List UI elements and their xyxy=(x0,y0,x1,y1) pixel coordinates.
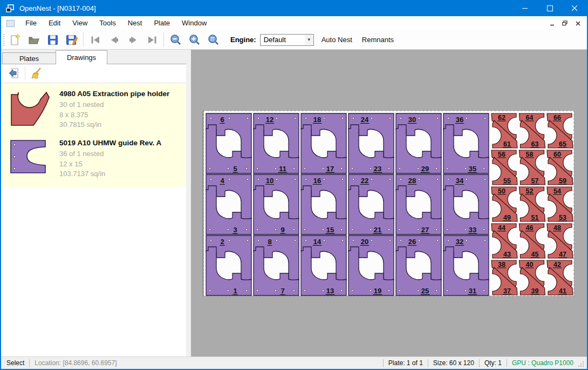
new-file-icon xyxy=(9,33,22,46)
part-number: 10 xyxy=(266,177,274,185)
mdi-close-button[interactable] xyxy=(573,19,583,28)
status-size: Size: 60 x 120 xyxy=(433,359,474,367)
part-number: 24 xyxy=(361,116,369,124)
part-number: 66 xyxy=(553,114,561,122)
drawing-area: 103.7137 sq/in xyxy=(59,169,181,179)
menu-item-file[interactable]: File xyxy=(19,16,43,30)
drawing-info: 4980 A05 Extraction pipe holder30 of 1 n… xyxy=(59,89,181,130)
drawing-size: 12 x 15 xyxy=(59,159,181,170)
part-number: 21 xyxy=(374,226,381,234)
part-number: 5 xyxy=(233,165,237,173)
zoom-in-button[interactable] xyxy=(185,32,204,48)
next-plate-button[interactable] xyxy=(124,32,142,48)
part-number: 29 xyxy=(421,165,429,173)
mdi-minimize-button[interactable] xyxy=(547,19,557,28)
part-number: 12 xyxy=(266,116,274,124)
send-back-button[interactable] xyxy=(6,66,22,81)
drawing-item[interactable]: 4980 A05 Extraction pipe holder30 of 1 n… xyxy=(1,85,186,134)
part-number: 44 xyxy=(498,224,505,232)
previous-arrow-icon xyxy=(108,33,121,46)
main-toolbar: Engine: Default ▼ Auto Nest Remnants xyxy=(1,30,587,50)
menu-items: FileEditViewToolsNestPlateWindow xyxy=(19,16,213,30)
new-file-button[interactable] xyxy=(5,32,24,48)
toolbar-separator xyxy=(163,32,164,47)
remnants-button[interactable]: Remnants xyxy=(357,36,399,44)
drawings-toolbar xyxy=(1,64,186,83)
previous-plate-button[interactable] xyxy=(105,32,124,48)
zoom-out-button[interactable] xyxy=(166,32,185,48)
drawing-size: 8 x 8.375 xyxy=(59,110,181,120)
extraction-pipe-holder-thumbnail xyxy=(10,90,52,128)
engine-select[interactable]: Default ▼ xyxy=(260,34,314,46)
status-mode: Select xyxy=(6,359,24,367)
tab-plates[interactable]: Plates xyxy=(2,52,56,64)
zoom-fit-icon xyxy=(207,33,220,46)
auto-nest-button[interactable]: Auto Nest xyxy=(317,36,357,44)
open-file-button[interactable] xyxy=(24,32,43,48)
app-window: OpenNest - [N0317-004] FileEditViewTools… xyxy=(0,0,588,370)
part-number: 32 xyxy=(456,238,463,246)
zoom-out-icon xyxy=(169,33,182,46)
back-arrow-document-icon xyxy=(8,67,20,80)
part-number: 59 xyxy=(559,177,566,185)
menu-item-nest[interactable]: Nest xyxy=(122,16,148,30)
menu-item-view[interactable]: View xyxy=(66,16,93,30)
maximize-button[interactable] xyxy=(537,0,562,16)
mdi-restore-button[interactable] xyxy=(560,19,570,28)
part-number: 65 xyxy=(559,140,566,148)
drawing-info: 5019 A10 UHMW guide Rev. A36 of 1 nested… xyxy=(59,138,181,179)
drawing-nested-count: 30 of 1 nested xyxy=(59,100,181,110)
save-as-button[interactable] xyxy=(62,32,81,48)
part-number: 11 xyxy=(279,165,286,173)
panel-tabs: Plates Drawings xyxy=(1,50,191,64)
part-number: 47 xyxy=(559,251,566,258)
resize-grip[interactable] xyxy=(578,361,584,369)
part-number: 58 xyxy=(526,151,534,158)
first-plate-button[interactable] xyxy=(86,32,105,48)
part-number: 13 xyxy=(326,287,334,295)
part-number: 36 xyxy=(456,116,463,124)
part-number: 17 xyxy=(326,165,334,173)
mdi-system-icon[interactable] xyxy=(6,20,15,27)
save-icon xyxy=(46,33,59,46)
part-number: 40 xyxy=(526,261,534,268)
save-button[interactable] xyxy=(43,32,62,48)
menu-item-window[interactable]: Window xyxy=(176,16,213,30)
status-location: Location: [84.8696, 60.6957] xyxy=(35,359,117,367)
drawing-thumbnail xyxy=(10,138,59,179)
part-number: 8 xyxy=(268,238,271,246)
part-number: 45 xyxy=(531,251,539,258)
clear-drawings-button[interactable] xyxy=(28,66,44,81)
drawings-tab-page: 4980 A05 Extraction pipe holder30 of 1 n… xyxy=(1,64,186,356)
part-number: 54 xyxy=(553,187,561,195)
part-number: 63 xyxy=(531,140,539,148)
nest-canvas: 6512111817242330293635431091615222128273… xyxy=(191,50,587,356)
title-bar: OpenNest - [N0317-004] xyxy=(1,0,587,16)
part-number: 33 xyxy=(469,226,476,234)
status-separator xyxy=(29,359,30,367)
part-number: 27 xyxy=(421,226,429,234)
drawing-item[interactable]: 5019 A10 UHMW guide Rev. A36 of 1 nested… xyxy=(1,134,186,184)
part-number: 25 xyxy=(421,287,429,295)
zoom-fit-button[interactable] xyxy=(204,32,223,48)
part-number: 23 xyxy=(374,165,381,173)
part-number: 34 xyxy=(456,177,464,185)
drawing-title: 5019 A10 UHMW guide Rev. A xyxy=(59,138,181,147)
last-plate-button[interactable] xyxy=(142,32,161,48)
part-number: 2 xyxy=(220,238,224,246)
chevron-down-icon[interactable]: ▼ xyxy=(305,35,313,45)
tab-drawings[interactable]: Drawings xyxy=(56,50,107,64)
part-number: 56 xyxy=(498,151,505,158)
part-number: 16 xyxy=(313,177,321,185)
part-number: 18 xyxy=(313,116,321,124)
next-arrow-icon xyxy=(127,33,140,46)
part-number: 7 xyxy=(281,287,284,295)
part-number: 1 xyxy=(233,287,237,295)
part-number: 42 xyxy=(553,261,561,268)
part-number: 55 xyxy=(503,177,511,185)
menu-item-edit[interactable]: Edit xyxy=(43,16,66,30)
menu-item-tools[interactable]: Tools xyxy=(93,16,121,30)
menu-item-plate[interactable]: Plate xyxy=(148,16,176,30)
minimize-button[interactable] xyxy=(512,0,537,16)
close-button[interactable] xyxy=(562,0,587,16)
